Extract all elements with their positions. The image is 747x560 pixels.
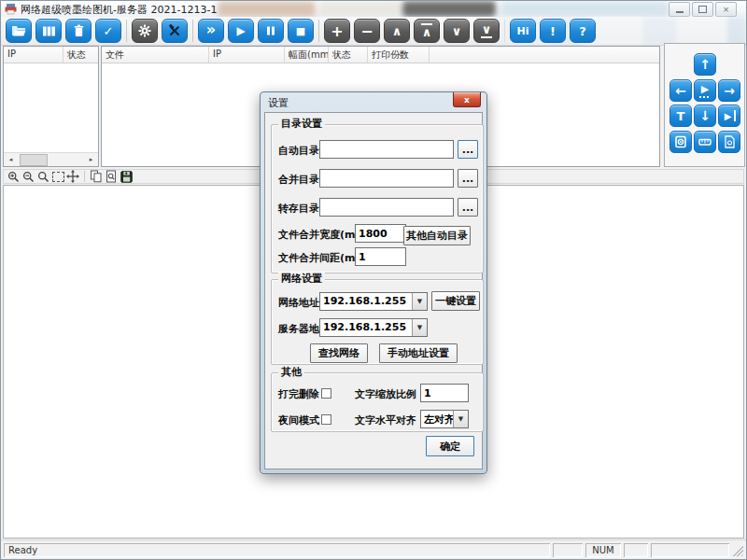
tools-button[interactable] (162, 19, 188, 43)
column-header-file[interactable]: 文件 (102, 47, 209, 63)
copy-pages-icon (90, 170, 103, 183)
manual-address-button[interactable]: 手动地址设置 (379, 343, 458, 363)
columns-view-button[interactable] (35, 19, 62, 43)
help-button[interactable]: ? (570, 19, 596, 43)
column-header-width[interactable]: 幅面(mm) (285, 47, 329, 63)
settings-button[interactable] (132, 19, 158, 43)
dialog-close-button[interactable]: x (453, 92, 481, 107)
column-header-ip[interactable]: IP (4, 47, 63, 63)
column-header-status[interactable]: 状态 (63, 47, 98, 63)
maximize-button[interactable] (692, 2, 713, 17)
jog-right-button[interactable]: → (718, 79, 740, 102)
preview-page-button[interactable] (718, 131, 740, 153)
scrollbar-thumb[interactable] (20, 154, 48, 166)
measure-button[interactable] (694, 131, 716, 153)
hi-button[interactable]: Hi (510, 19, 536, 43)
pan-button[interactable] (66, 170, 79, 183)
open-file-button[interactable] (6, 19, 32, 43)
stop-button[interactable]: ■ (288, 19, 314, 43)
auto-dir-input[interactable] (319, 140, 454, 159)
one-key-setup-button[interactable]: 一键设置 (431, 291, 480, 311)
zoom-in-button[interactable] (7, 170, 20, 183)
delete-button[interactable] (65, 19, 92, 43)
fast-forward-button[interactable]: » (198, 19, 224, 43)
dropdown-arrow-icon[interactable]: ▼ (412, 293, 427, 310)
move-up-button[interactable]: ∧ (384, 19, 410, 43)
jog-left-button[interactable]: ← (669, 79, 692, 102)
duplicate-button[interactable] (90, 170, 103, 183)
minimize-button[interactable] (669, 2, 690, 17)
zoom-out-button[interactable] (21, 170, 35, 183)
ok-button[interactable]: 确定 (426, 436, 474, 456)
dropdown-arrow-icon[interactable]: ▼ (412, 319, 427, 336)
text-scale-label: 文字缩放比例 (355, 387, 416, 401)
camera-button[interactable] (669, 131, 692, 153)
night-mode-checkbox[interactable] (321, 414, 331, 425)
skip-end-icon: ▶ (725, 111, 732, 121)
magnifier-icon (37, 171, 49, 183)
remove-button[interactable]: − (354, 19, 380, 43)
maximize-icon (698, 6, 707, 13)
feed-to-end-button[interactable]: ▶ (718, 105, 740, 127)
confirm-button[interactable]: ✓ (95, 19, 121, 43)
test-print-button[interactable]: ▶ (694, 79, 716, 102)
column-header-status[interactable]: 状态 (329, 47, 368, 63)
selection-rect-icon (52, 172, 64, 182)
select-region-button[interactable] (51, 170, 64, 183)
delete-after-print-label: 打完删除 (278, 387, 319, 401)
text-align-combo[interactable]: 左对齐 ▼ (420, 410, 469, 428)
transfer-dir-browse-button[interactable]: ... (458, 198, 478, 217)
dialog-title: 设置 (268, 96, 289, 110)
move-down-button[interactable]: ∨ (444, 19, 470, 43)
scroll-right-button[interactable]: ▸ (84, 153, 98, 166)
merge-gap-input[interactable] (355, 247, 406, 266)
dropdown-arrow-icon[interactable]: ▼ (453, 411, 468, 427)
jog-down-button[interactable]: ↓ (694, 105, 716, 127)
column-header-ip[interactable]: IP (209, 47, 285, 63)
horizontal-scrollbar[interactable]: ◂ ▸ (4, 152, 98, 166)
auto-dir-browse-button[interactable]: ... (458, 140, 478, 159)
move-to-top-button[interactable]: ∧ (414, 19, 440, 43)
toolbar-separator (126, 20, 127, 42)
chevron-down-icon: ∨ (482, 22, 492, 36)
exclamation-icon: ! (550, 24, 556, 38)
delete-after-print-checkbox[interactable] (321, 388, 331, 399)
column-header-filler (430, 47, 659, 63)
save-button[interactable] (120, 170, 133, 183)
group-label: 网络设置 (278, 273, 325, 286)
other-auto-dir-button[interactable]: 其他自动目录 (403, 226, 471, 245)
app-icon (5, 3, 17, 15)
hammer-wrench-icon (168, 24, 181, 37)
status-pane (651, 543, 729, 557)
application-window: 网络超级喷墨绘图机-服务器 2021-1213-1 × ✓ (0, 0, 747, 560)
network-address-combo[interactable]: 192.168.1.255 ▼ (319, 292, 428, 311)
server-address-value: 192.168.1.255 (320, 319, 412, 336)
merge-dir-browse-button[interactable]: ... (458, 169, 478, 188)
text-tool-button[interactable]: T (669, 105, 692, 127)
text-scale-input[interactable] (420, 384, 469, 402)
print-preview-button[interactable] (105, 170, 118, 183)
alert-button[interactable]: ! (540, 19, 566, 43)
transfer-dir-input[interactable] (319, 198, 454, 217)
move-to-bottom-button[interactable]: ∨ (473, 19, 500, 43)
check-icon: ✓ (104, 24, 114, 38)
resize-grip[interactable] (731, 544, 743, 556)
group-label: 其他 (278, 366, 304, 379)
merge-dir-input[interactable] (319, 169, 454, 188)
column-header-copies[interactable]: 打印份数 (368, 47, 430, 63)
pause-button[interactable] (258, 19, 284, 43)
close-button[interactable]: × (715, 2, 737, 17)
status-pane (624, 543, 648, 557)
add-button[interactable]: + (324, 19, 350, 43)
job-list-header: 文件 IP 幅面(mm) 状态 打印份数 (102, 47, 659, 63)
jog-up-button[interactable]: ↑ (694, 53, 716, 76)
start-button[interactable]: ▶ (228, 19, 254, 43)
merge-width-input[interactable] (355, 224, 406, 243)
page-magnifier-icon (105, 170, 118, 183)
scroll-left-button[interactable]: ◂ (4, 153, 18, 166)
zoom-fit-button[interactable] (36, 170, 49, 183)
server-address-combo[interactable]: 192.168.1.255 ▼ (319, 318, 428, 337)
trash-icon (72, 24, 86, 37)
find-network-button[interactable]: 查找网络 (310, 343, 368, 363)
num-lock-indicator: NUM (585, 543, 621, 557)
